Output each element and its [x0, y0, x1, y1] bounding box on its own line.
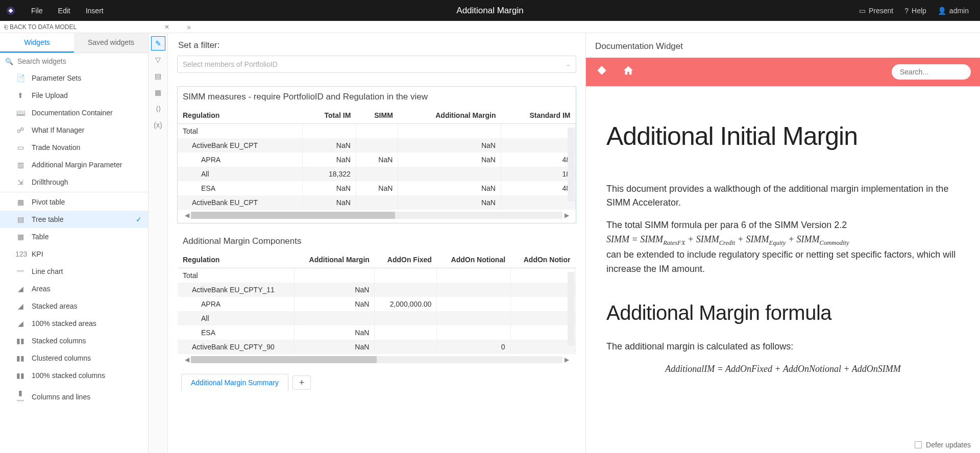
cell[interactable]	[437, 297, 510, 311]
cell[interactable]	[510, 325, 575, 340]
horizontal-scrollbar-1[interactable]: ◀ ▶	[183, 212, 571, 219]
row-label[interactable]: ActiveBank EU_CPT	[178, 195, 303, 210]
cell[interactable]: 18,322	[303, 167, 356, 181]
row-label[interactable]: ActiveBank EU_CPT	[178, 138, 303, 153]
horizontal-scrollbar-2[interactable]: ◀ ▶	[183, 356, 571, 363]
menu-insert[interactable]: Insert	[86, 7, 104, 15]
sidebar-item[interactable]: ▮▮Stacked columns	[0, 332, 148, 349]
cell[interactable]: NaN	[294, 340, 375, 354]
cell[interactable]: 48	[501, 153, 575, 167]
cell[interactable]: NaN	[303, 195, 356, 210]
tab-saved-widgets[interactable]: Saved widgets	[74, 33, 148, 53]
column-header[interactable]: Additional Margin	[294, 251, 375, 268]
cell[interactable]	[437, 268, 510, 283]
column-header[interactable]: Standard IM	[501, 107, 575, 124]
cell[interactable]: NaN	[294, 325, 375, 340]
present-button[interactable]: ▭ Present	[859, 7, 893, 15]
cell[interactable]	[356, 124, 398, 139]
column-header[interactable]: AddOn Fixed	[375, 251, 437, 268]
cell[interactable]: NaN	[398, 181, 501, 195]
cell[interactable]: NaN	[398, 195, 501, 210]
scroll-right-icon[interactable]: ▶	[562, 212, 571, 219]
tool-brackets-icon[interactable]: ⟨⟩	[151, 102, 165, 116]
row-label[interactable]: ESA	[178, 325, 294, 340]
cell[interactable]	[398, 124, 501, 139]
sidebar-item[interactable]: ⇲Drillthrough	[0, 173, 148, 191]
cell[interactable]: NaN	[303, 138, 356, 153]
sidebar-item[interactable]: ◢Stacked areas	[0, 297, 148, 315]
scroll-left-icon-2[interactable]: ◀	[183, 356, 191, 363]
tool-variable-icon[interactable]: (x)	[151, 118, 165, 132]
column-header[interactable]: SIMM	[356, 107, 398, 124]
row-label[interactable]: All	[178, 311, 294, 325]
cell[interactable]: NaN	[294, 297, 375, 311]
cell[interactable]: NaN	[303, 181, 356, 195]
app-logo[interactable]	[0, 0, 21, 21]
cell[interactable]	[501, 138, 575, 153]
column-header[interactable]: Total IM	[303, 107, 356, 124]
cell[interactable]	[294, 311, 375, 325]
menu-edit[interactable]: Edit	[58, 7, 70, 15]
cell[interactable]	[437, 311, 510, 325]
scroll-left-icon[interactable]: ◀	[183, 212, 191, 219]
add-tab-button[interactable]: +	[292, 375, 311, 390]
components-table[interactable]: RegulationAdditional MarginAddOn FixedAd…	[178, 251, 576, 354]
cell[interactable]	[510, 297, 575, 311]
cell[interactable]	[510, 340, 575, 354]
sidebar-item[interactable]: ◢Areas	[0, 280, 148, 297]
cell[interactable]	[437, 283, 510, 297]
sidebar-item[interactable]: ▮▮100% stacked columns	[0, 367, 148, 384]
cell[interactable]: NaN	[356, 153, 398, 167]
row-label[interactable]: APRA	[178, 153, 303, 167]
cell[interactable]	[375, 325, 437, 340]
cell[interactable]: 18	[501, 167, 575, 181]
column-header[interactable]: Regulation	[178, 107, 303, 124]
cell[interactable]	[510, 311, 575, 325]
cell[interactable]	[510, 268, 575, 283]
row-label[interactable]: APRA	[178, 297, 294, 311]
search-widgets-input[interactable]	[17, 57, 143, 65]
user-menu[interactable]: 👤 admin	[938, 7, 969, 15]
sidebar-item[interactable]: 123KPI	[0, 245, 148, 263]
cell[interactable]	[375, 340, 437, 354]
row-label[interactable]: ESA	[178, 181, 303, 195]
doc-home-icon[interactable]	[623, 65, 634, 79]
close-panel-icon[interactable]: ✕	[164, 23, 176, 31]
cell[interactable]: NaN	[356, 181, 398, 195]
doc-logo-icon[interactable]	[595, 64, 608, 80]
sidebar-item[interactable]: ▭Trade Novation	[0, 139, 148, 156]
cell[interactable]	[501, 124, 575, 139]
sidebar-item[interactable]: ▮▮Clustered columns	[0, 349, 148, 367]
sidebar-item[interactable]: 〰Line chart	[0, 263, 148, 280]
expand-panel-icon[interactable]: »	[187, 23, 191, 31]
tab-widgets[interactable]: Widgets	[0, 33, 74, 53]
column-header[interactable]: AddOn Notior	[510, 251, 575, 268]
cell[interactable]: 2,000,000.00	[375, 297, 437, 311]
cell[interactable]	[501, 195, 575, 210]
cell[interactable]: 48	[501, 181, 575, 195]
tab-additional-margin-summary[interactable]: Additional Margin Summary	[181, 374, 288, 391]
tool-edit-icon[interactable]: ✎	[151, 36, 165, 51]
tool-grid-icon[interactable]: ▦	[151, 85, 165, 99]
cell[interactable]: NaN	[303, 153, 356, 167]
cell[interactable]	[375, 268, 437, 283]
sidebar-item[interactable]: ▦Table	[0, 228, 148, 245]
help-button[interactable]: ? Help	[904, 7, 926, 15]
vertical-scrollbar[interactable]	[568, 128, 575, 202]
column-header[interactable]: Regulation	[178, 251, 294, 268]
row-label[interactable]: ActiveBank EU_CPTY_90	[178, 340, 294, 354]
sidebar-item[interactable]: ☍What If Manager	[0, 121, 148, 139]
row-label[interactable]: Total	[178, 124, 303, 139]
doc-search-input[interactable]	[892, 64, 971, 80]
sidebar-item[interactable]: ▤Tree table✓	[0, 211, 148, 228]
defer-checkbox[interactable]	[915, 441, 922, 448]
sidebar-item[interactable]: ▦Pivot table	[0, 193, 148, 211]
cell[interactable]	[510, 283, 575, 297]
cell[interactable]: NaN	[294, 283, 375, 297]
back-to-data-model[interactable]: ⎗ BACK TO DATA MODEL	[0, 23, 77, 31]
sidebar-item[interactable]: ▮〰Columns and lines	[0, 384, 148, 410]
cell[interactable]	[356, 167, 398, 181]
tool-table-icon[interactable]: ▤	[151, 69, 165, 83]
vertical-scrollbar-2[interactable]	[568, 272, 575, 346]
simm-table[interactable]: RegulationTotal IMSIMMAdditional MarginS…	[178, 107, 576, 210]
